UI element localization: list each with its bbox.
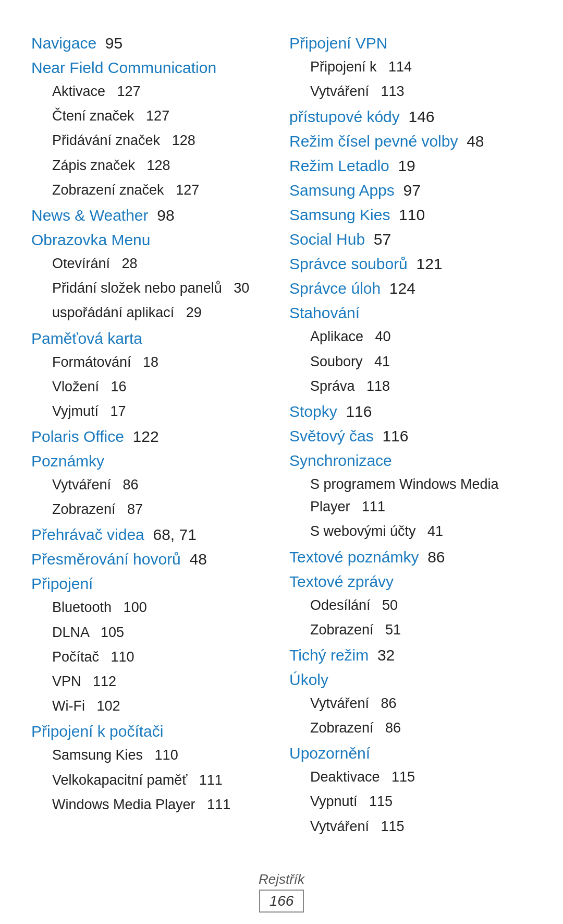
index-heading: Upozornění — [289, 741, 532, 765]
index-sub-item: Zobrazení značek 127 — [31, 179, 274, 201]
index-heading: Úkoly — [289, 668, 532, 691]
index-heading: Stopky 116 — [289, 400, 532, 423]
index-sub-item: Vypnutí 115 — [289, 790, 532, 813]
index-sub-item: Otevírání 28 — [31, 253, 274, 275]
index-heading: News & Weather 98 — [31, 203, 274, 227]
index-heading: Synchronizace — [289, 449, 532, 472]
index-sub-item: Deaktivace 115 — [289, 766, 532, 788]
index-sub-item-multiline: Přidání složek nebo panelů 30 — [31, 277, 274, 299]
index-sub-item: Připojení k 114 — [289, 56, 532, 78]
index-sub-item: Wi-Fi 102 — [31, 695, 274, 717]
index-sub-item: Zápis značek 128 — [31, 154, 274, 177]
index-heading: Textové poznámky 86 — [289, 545, 532, 569]
index-heading: Připojení k počítači — [31, 719, 274, 743]
index-heading: Připojení — [31, 572, 274, 595]
index-sub-item: VPN 112 — [31, 670, 274, 693]
index-sub-item: Aktivace 127 — [31, 80, 274, 103]
index-heading: Režim čísel pevné volby 48 — [289, 129, 532, 153]
index-sub-item: Zobrazení 87 — [31, 498, 274, 521]
index-heading: Stahování — [289, 301, 532, 325]
index-sub-item: Velkokapacitní paměť 111 — [31, 769, 274, 791]
index-heading: Samsung Apps 97 — [289, 178, 532, 202]
index-heading: Správce souborů 121 — [289, 252, 532, 275]
index-heading: Navigace 95 — [31, 31, 274, 55]
index-sub-item: Vytváření 115 — [289, 815, 532, 838]
right-column: Připojení VPNPřipojení k 114Vytváření 11… — [289, 31, 532, 840]
index-heading: Správce úloh 124 — [289, 277, 532, 300]
index-sub-item: Vytváření 86 — [289, 692, 532, 715]
index-sub-item-multiline: S programem Windows Media Player 111 — [289, 473, 532, 518]
index-sub-item: Formátování 18 — [31, 351, 274, 374]
index-sub-item: Vyjmutí 17 — [31, 400, 274, 423]
index-sub-item: uspořádání aplikací 29 — [31, 302, 274, 324]
index-heading: Obrazovka Menu — [31, 228, 274, 251]
left-column: Navigace 95Near Field CommunicationAktiv… — [31, 31, 289, 840]
index-heading: Režim Letadlo 19 — [289, 154, 532, 177]
index-heading: přístupové kódy 146 — [289, 105, 532, 128]
index-sub-item: Soubory 41 — [289, 351, 532, 373]
index-heading: Paměťová karta — [31, 327, 274, 350]
index-sub-item: Bluetooth 100 — [31, 596, 274, 619]
index-sub-item: Windows Media Player 111 — [31, 794, 274, 816]
index-sub-item: Odesílání 50 — [289, 594, 532, 617]
index-heading: Textové zprávy — [289, 570, 532, 593]
index-sub-item: Počítač 110 — [31, 646, 274, 668]
footer-label: Rejstřík — [31, 871, 532, 887]
index-columns: Navigace 95Near Field CommunicationAktiv… — [31, 31, 532, 840]
index-heading: Social Hub 57 — [289, 227, 532, 251]
index-sub-item: Čtení značek 127 — [31, 105, 274, 127]
index-sub-item: Aplikace 40 — [289, 326, 532, 348]
index-heading: Poznámky — [31, 449, 274, 473]
index-heading: Světový čas 116 — [289, 424, 532, 448]
index-heading: Připojení VPN — [289, 31, 532, 55]
index-sub-item: Správa 118 — [289, 375, 532, 398]
index-sub-item: Zobrazení 51 — [289, 619, 532, 641]
index-heading: Samsung Kies 110 — [289, 203, 532, 226]
index-sub-item: Vytváření 86 — [31, 474, 274, 496]
index-sub-item: S webovými účty 41 — [289, 520, 532, 543]
index-heading: Tichý režim 32 — [289, 643, 532, 667]
index-heading: Přehrávač videa 68, 71 — [31, 523, 274, 546]
index-sub-item: Přidávání značek 128 — [31, 129, 274, 152]
index-heading: Polaris Office 122 — [31, 425, 274, 448]
index-sub-item: Vytváření 113 — [289, 80, 532, 103]
index-heading: Near Field Communication — [31, 56, 274, 79]
index-sub-item: DLNA 105 — [31, 621, 274, 644]
page-number: 166 — [259, 890, 304, 913]
index-sub-item: Vložení 16 — [31, 376, 274, 398]
index-sub-item: Samsung Kies 110 — [31, 744, 274, 766]
footer: Rejstřík 166 — [31, 871, 532, 913]
index-sub-item: Zobrazení 86 — [289, 717, 532, 739]
index-heading: Přesměrování hovorů 48 — [31, 547, 274, 571]
